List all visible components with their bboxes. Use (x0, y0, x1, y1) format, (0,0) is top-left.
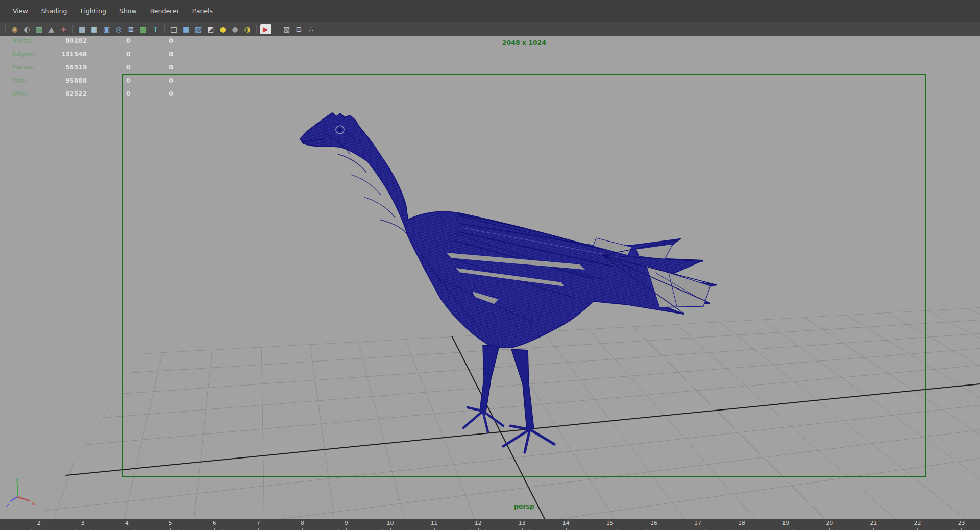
menu-show[interactable]: Show (114, 5, 142, 17)
time-label: 6 (204, 520, 225, 526)
xray-icon[interactable]: ▧ (281, 24, 292, 34)
time-tick-cell: 2() (29, 520, 49, 530)
shaded-cube-icon[interactable]: ■ (181, 24, 191, 34)
time-label: 4 (116, 520, 137, 526)
toolbar-separator (5, 25, 6, 33)
wireframe-bird-model[interactable] (300, 113, 717, 452)
hud-stats: Verts:8028200Edges:13154800Faces:5651900… (0, 36, 214, 101)
time-tick-cell: 21() (863, 520, 884, 530)
gate-mask-icon[interactable]: ▣ (101, 24, 112, 34)
time-tick-cell: 10() (380, 520, 401, 530)
time-tick-cell: 5() (160, 520, 181, 530)
bird-eye (336, 126, 344, 134)
axis-z-label: z (6, 502, 9, 509)
time-label: 2 (29, 520, 49, 526)
hud-value: 0 (126, 51, 130, 58)
time-tick-cell: 14() (556, 520, 576, 530)
menu-lighting[interactable]: Lighting (75, 5, 112, 17)
resolution-gate-icon[interactable]: ▦ (89, 24, 100, 34)
maya-persp-panel: ViewShadingLightingShowRendererPanels ◉◐… (0, 0, 980, 530)
menu-shading[interactable]: Shading (36, 5, 73, 17)
menu-view[interactable]: View (7, 5, 34, 17)
time-tick-cell: 16() (644, 520, 664, 530)
hud-row: UVs:8252200 (0, 87, 214, 101)
axis-x-line (17, 497, 30, 501)
time-label: 23 (951, 520, 971, 526)
toolbar-separator (72, 25, 73, 33)
time-tick-cell: 15() (600, 520, 620, 530)
hud-value: 0 (169, 64, 173, 71)
axis-x-label: x (32, 500, 35, 507)
time-tick-cell: 20() (819, 520, 840, 530)
select-camera-icon[interactable]: ◉ (9, 24, 20, 34)
image-plane-icon[interactable]: ▲ (46, 24, 57, 34)
hud-row: Edges:13154800 (0, 47, 214, 61)
time-label: 13 (512, 520, 532, 526)
hud-value: 0 (169, 90, 173, 98)
isolate-select-icon[interactable]: ▶ (260, 24, 271, 34)
time-label: 10 (380, 520, 401, 526)
time-tick-cell: 13() (512, 520, 532, 530)
time-tick-cell: 22() (907, 520, 927, 530)
time-label: 21 (863, 520, 884, 526)
time-label: 22 (907, 520, 927, 526)
hud-value: 0 (126, 37, 130, 44)
hud-value: 95888 (50, 77, 87, 84)
camera-attributes-icon[interactable]: ◐ (21, 24, 32, 34)
occlusion-icon[interactable]: ◑ (242, 24, 253, 34)
xray-joints-icon[interactable]: ⊡ (293, 24, 304, 34)
bookmarks-icon[interactable]: ▥ (34, 24, 44, 34)
time-label: 11 (424, 520, 445, 526)
view-axis-indicator: y x z (6, 475, 42, 511)
field-chart-icon[interactable]: ◎ (113, 24, 124, 34)
time-slider[interactable]: 2()3()4()5()6()7()8()9()10()11()12()13()… (0, 519, 980, 530)
time-label: 15 (600, 520, 620, 526)
viewport-persp[interactable]: 2048 x 1024 persp Verts:8028200Edges:131… (0, 36, 980, 519)
panel-menubar: ViewShadingLightingShowRendererPanels (0, 0, 980, 22)
resolution-gate-label: 2048 x 1024 (122, 39, 926, 46)
wireframe-cube-icon[interactable]: □ (168, 24, 179, 34)
time-tick-cell: 3() (72, 520, 93, 530)
time-label: 18 (731, 520, 752, 526)
default-light-icon[interactable]: ● (217, 24, 228, 34)
hud-label: UVs: (12, 90, 28, 98)
checker-sphere-icon[interactable]: ◩ (205, 24, 216, 34)
pivot-pin-icon[interactable]: + (58, 24, 69, 34)
panel-toolbar: ◉◐▥▲+▤▦▣◎⊠▩T□■▨◩●●◑▶▧⊡∴ (0, 22, 980, 36)
hud-value: 0 (169, 37, 173, 44)
time-label: 5 (160, 520, 181, 526)
time-tick-cell: 11() (424, 520, 445, 530)
hud-value: 0 (126, 90, 130, 98)
hud-value: 0 (169, 51, 173, 58)
safe-action-icon[interactable]: ⊠ (126, 24, 136, 34)
time-label: 19 (775, 520, 796, 526)
time-label: 16 (644, 520, 664, 526)
time-label: 17 (688, 520, 708, 526)
shadows-icon[interactable]: ● (230, 24, 240, 34)
axis-z-line (10, 497, 17, 501)
hud-label: Verts: (12, 37, 33, 44)
time-label: 7 (248, 520, 268, 526)
connections-icon[interactable]: ∴ (306, 24, 316, 34)
time-tick-cell: 6() (204, 520, 225, 530)
film-gate-icon[interactable]: ▤ (77, 24, 87, 34)
text-hud-icon[interactable]: T (150, 24, 161, 34)
time-tick-cell: 9() (336, 520, 356, 530)
hud-row: Tris:9588800 (0, 74, 214, 87)
hud-value: 131548 (50, 51, 87, 58)
hud-label: Edges: (12, 51, 35, 58)
axis-y-label: y (15, 476, 19, 483)
menu-renderer[interactable]: Renderer (144, 5, 185, 17)
time-label: 3 (72, 520, 93, 526)
time-label: 20 (819, 520, 840, 526)
time-tick-cell: 17() (688, 520, 708, 530)
hud-value: 80282 (50, 37, 87, 44)
menu-panels[interactable]: Panels (187, 5, 218, 17)
safe-title-icon[interactable]: ▩ (138, 24, 149, 34)
time-tick-cell: 12() (468, 520, 488, 530)
hud-row: Verts:8028200 (0, 36, 214, 47)
time-tick-cell: 19() (775, 520, 796, 530)
textured-cube-icon[interactable]: ▨ (193, 24, 204, 34)
hud-label: Faces: (12, 64, 34, 71)
time-tick-cell: 8() (292, 520, 312, 530)
